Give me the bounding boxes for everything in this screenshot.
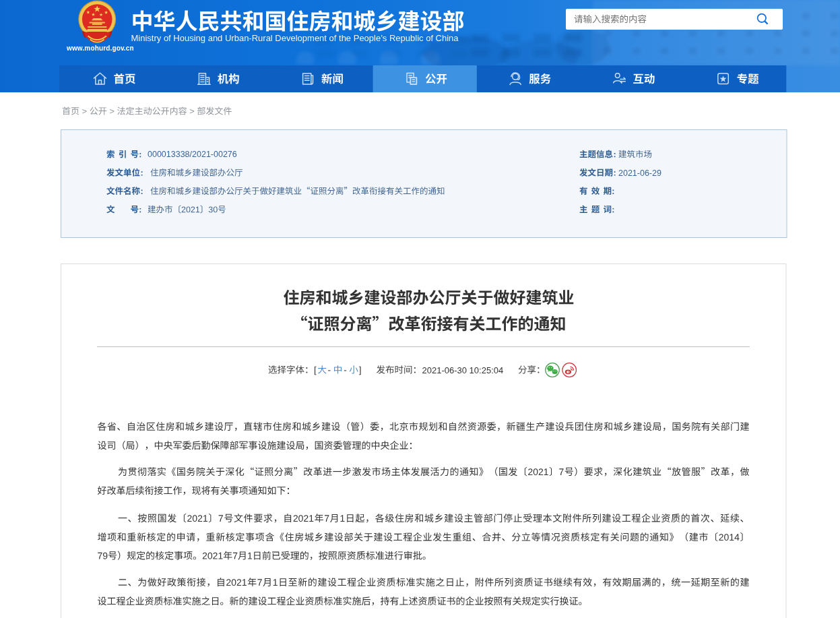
- svg-text:2021-06-29: 2021-06-29: [618, 168, 661, 178]
- svg-text:www.mohurd.gov.cn: www.mohurd.gov.cn: [66, 44, 134, 52]
- svg-text:Ministry of Housing and Urban-: Ministry of Housing and Urban-Rural Deve…: [131, 33, 459, 43]
- svg-text:2021-06-30 10:25:04: 2021-06-30 10:25:04: [422, 365, 504, 375]
- svg-text:000013338/2021-00276: 000013338/2021-00276: [148, 150, 237, 159]
